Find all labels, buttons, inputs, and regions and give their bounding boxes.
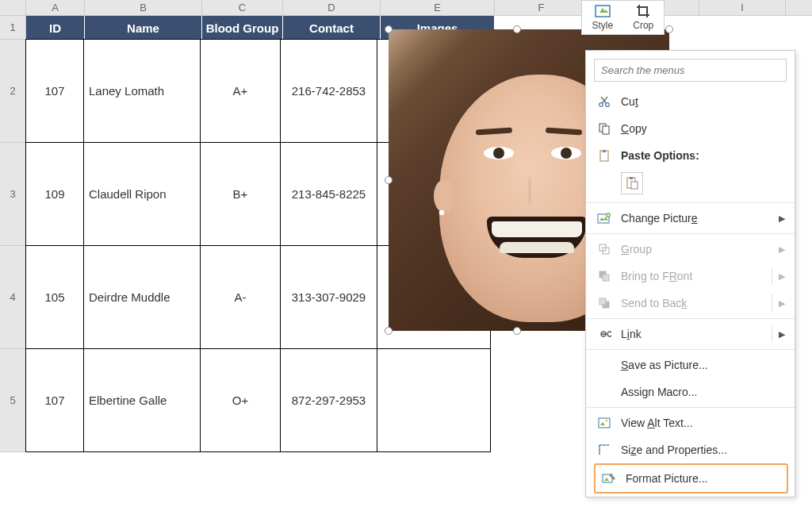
menu-bring-to-front: Bring to FRont ▶ <box>586 263 795 290</box>
menu-format-picture[interactable]: Format Picture... <box>596 465 787 492</box>
menu-format-picture-highlight: Format Picture... <box>594 463 788 494</box>
cell-name[interactable]: Elbertine Galle <box>83 348 201 452</box>
col-header-b[interactable]: B <box>85 0 202 15</box>
group-icon <box>597 242 611 256</box>
cell-name[interactable]: Laney Lomath <box>83 39 201 143</box>
selection-handle[interactable] <box>385 25 393 33</box>
cell-images[interactable] <box>377 348 491 452</box>
col-header-i[interactable]: I <box>699 0 786 15</box>
copy-icon <box>597 121 611 136</box>
alt-text-label: View Alt Text... <box>621 417 693 429</box>
cell-blood[interactable]: A- <box>200 245 281 349</box>
crop-button[interactable]: Crop <box>623 1 665 34</box>
col-header-f[interactable]: F <box>495 0 588 15</box>
style-icon <box>594 4 611 18</box>
cut-label: Cut <box>621 95 638 108</box>
col-header-d[interactable]: D <box>283 0 381 15</box>
menu-paste-options: Paste Options: <box>586 142 795 169</box>
column-header-row: A B C D E F H I <box>0 0 812 16</box>
send-back-label: Send to Back <box>621 297 687 309</box>
row-header-4[interactable]: 4 <box>0 246 26 349</box>
change-picture-label: Change Picture <box>621 212 698 225</box>
context-menu: Cut Copy Paste Options: Change Picture ▶… <box>585 50 795 497</box>
style-label: Style <box>592 20 613 31</box>
header-name: Name <box>85 16 202 40</box>
cell-blood[interactable]: B+ <box>200 142 281 246</box>
row-header-2[interactable]: 2 <box>0 40 26 143</box>
copy-label: Copy <box>621 122 647 135</box>
style-button[interactable]: Style <box>582 1 623 34</box>
menu-size-properties[interactable]: Size and Properties... <box>586 436 795 463</box>
header-contact: Contact <box>283 16 381 40</box>
cell-blood[interactable]: O+ <box>200 348 281 452</box>
menu-search-input[interactable] <box>594 59 787 82</box>
change-picture-icon <box>597 211 611 225</box>
svg-rect-5 <box>600 151 608 161</box>
bring-front-icon <box>597 269 611 283</box>
submenu-arrow-icon: ▶ <box>779 271 785 282</box>
assign-macro-label: Assign Macro... <box>621 386 698 398</box>
format-picture-label: Format Picture... <box>626 472 707 485</box>
cell-f[interactable] <box>490 348 584 452</box>
row-header-5[interactable]: 5 <box>0 349 26 452</box>
menu-save-as-picture[interactable]: Save as Picture... <box>586 351 795 378</box>
cell-name[interactable]: Claudell Ripon <box>83 142 201 246</box>
group-label: Group <box>621 243 652 255</box>
cell-contact[interactable]: 216-742-2853 <box>280 39 377 143</box>
paste-options-label: Paste Options: <box>621 149 699 162</box>
paste-options-row <box>586 169 795 201</box>
submenu-arrow-icon: ▶ <box>779 329 785 340</box>
picture-mini-toolbar: Style Crop <box>581 0 665 35</box>
send-back-icon <box>597 296 611 310</box>
save-as-picture-label: Save as Picture... <box>621 359 708 371</box>
selection-handle[interactable] <box>513 327 521 335</box>
format-picture-icon <box>602 471 616 486</box>
svg-rect-9 <box>631 182 638 189</box>
col-header-e[interactable]: E <box>381 0 495 15</box>
size-icon <box>597 443 611 457</box>
cell-id[interactable]: 105 <box>25 245 84 349</box>
menu-assign-macro[interactable]: Assign Macro... <box>586 378 795 405</box>
selection-handle[interactable] <box>513 25 521 33</box>
cell-name[interactable]: Deirdre Muddle <box>83 245 201 349</box>
selection-handle[interactable] <box>665 25 673 33</box>
clipboard-icon <box>597 148 611 163</box>
svg-point-19 <box>606 420 608 422</box>
menu-copy[interactable]: Copy <box>586 115 795 142</box>
col-header-c[interactable]: C <box>202 0 283 15</box>
svg-rect-15 <box>603 275 609 281</box>
scissors-icon <box>597 94 611 109</box>
selection-handle[interactable] <box>385 327 393 335</box>
size-props-label: Size and Properties... <box>621 444 727 456</box>
cell-blood[interactable]: A+ <box>200 39 281 143</box>
svg-rect-6 <box>603 150 606 152</box>
header-id: ID <box>26 16 85 40</box>
svg-rect-17 <box>599 298 606 305</box>
cell-id[interactable]: 107 <box>25 39 84 143</box>
submenu-arrow-icon: ▶ <box>779 244 785 255</box>
link-label: Link <box>621 328 642 340</box>
cell-contact[interactable]: 872-297-2953 <box>280 348 377 452</box>
menu-view-alt-text[interactable]: View Alt Text... <box>586 409 795 436</box>
cell-id[interactable]: 109 <box>25 142 84 246</box>
alt-text-icon <box>597 416 611 430</box>
row-header-column: 1 2 3 4 5 <box>0 16 26 452</box>
cell-contact[interactable]: 213-845-8225 <box>280 142 377 246</box>
select-all-corner[interactable] <box>0 0 26 15</box>
svg-rect-18 <box>599 418 610 428</box>
crop-label: Crop <box>633 20 653 31</box>
col-header-a[interactable]: A <box>26 0 85 15</box>
menu-cut[interactable]: Cut <box>586 88 795 115</box>
menu-link[interactable]: Link ▶ <box>586 321 795 348</box>
menu-change-picture[interactable]: Change Picture ▶ <box>586 205 795 232</box>
svg-point-2 <box>606 103 610 107</box>
selection-handle[interactable] <box>385 176 393 184</box>
cell-contact[interactable]: 313-307-9029 <box>280 245 377 349</box>
row-header-3[interactable]: 3 <box>0 143 26 246</box>
cell-id[interactable]: 107 <box>25 348 84 452</box>
paste-button[interactable] <box>621 172 643 194</box>
header-blood: Blood Group <box>202 16 283 40</box>
row-header-1[interactable]: 1 <box>0 16 26 40</box>
submenu-arrow-icon: ▶ <box>779 213 785 224</box>
menu-search <box>594 59 787 82</box>
